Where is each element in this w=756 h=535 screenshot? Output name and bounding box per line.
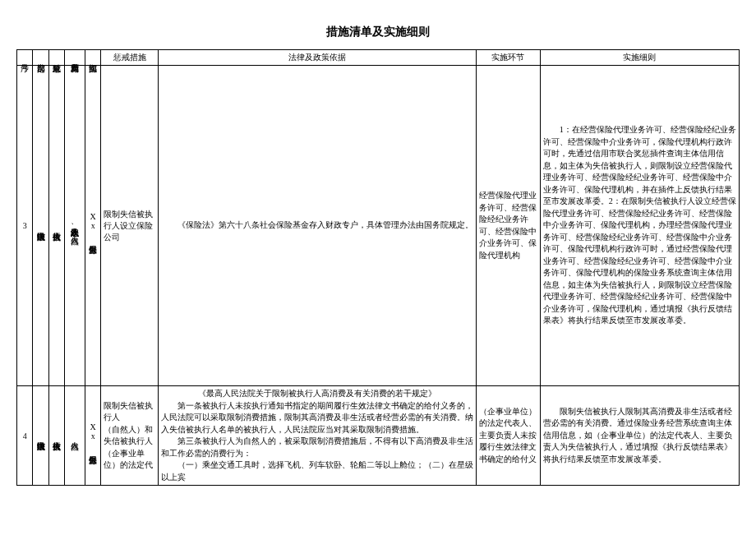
cell-dept2: Xx 银保监分局 <box>89 212 98 239</box>
cell-basis: 《保险法》第六十八条社会保险基金存入财政专户，具体管理办法由国务院规定。 <box>161 219 474 232</box>
header-basis: 法律及政策依据 <box>288 53 346 62</box>
cell-link: 经营保险代理业务许可、经营保险经纪业务许可、经营保险中介业务许可、保险代理机构 <box>477 66 541 386</box>
table-row: 3 市中级人民法院 失信被执行人 法人及非法人组织、自然人 Xx 银保监分局 限… <box>17 66 740 386</box>
measures-table: 序号 发起部门 惩戒对象 对类别相人员 实施部门 惩戒措施 法律及政策依据 实施… <box>16 49 740 486</box>
cell-measure: 限制失信被执行人设立保险公司 <box>101 66 158 386</box>
table-row: 4 市中级人民法院 失信被执行人 自然人 Xx 银保监分局 限制失信被执行人 （… <box>17 386 740 486</box>
cell-measure-l1: 限制失信被执行人 <box>104 400 154 424</box>
cell-basis-p2: 第三条被执行人为自然人的，被采取限制消费措施后，不得有以下高消费及非生活和工作必… <box>161 436 474 459</box>
cell-link: （企事业单位）的法定代表人、主要负责人未按履行生效法律文书确定的给付义 <box>477 386 541 486</box>
header-detail: 实施细则 <box>623 53 656 62</box>
cell-basis-p1: 第一条被执行人未按执行通知书指定的期间履行生效法律文书确定的给付义务的，人民法院… <box>161 400 474 436</box>
cell-seq: 3 <box>17 66 33 386</box>
header-measure: 惩戒措施 <box>113 53 146 62</box>
cell-basis-p3: （一）乘坐交通工具时，选择飞机、列车软卧、轮船二等以上舱位；（二）在星级以上宾 <box>161 459 474 483</box>
header-row: 序号 发起部门 惩戒对象 对类别相人员 实施部门 惩戒措施 法律及政策依据 实施… <box>17 50 740 66</box>
cell-measure-l2: （自然人）和失信被执行人（企事业单位）的法定代 <box>104 424 154 472</box>
cell-dept2: Xx 银保监分局 <box>89 422 98 450</box>
cell-detail-p1: 1：在经营保险代理业务许可、经营保险经纪业务许可、经营保险中介业务许可，保险代理… <box>543 124 736 327</box>
cell-category: 法人及非法人组织、自然人 <box>71 222 80 230</box>
cell-seq: 4 <box>17 386 33 486</box>
page-title: 措施清单及实施细则 <box>16 25 740 39</box>
cell-detail: 限制失信被执行人限制其高消费及非生活或者经营必需的有关消费。通过保险业务经营系统… <box>543 406 736 466</box>
cell-basis-title: 《最高人民法院关于限制被执行人高消费及有关消费的若干规定》 <box>161 388 474 400</box>
header-link: 实施环节 <box>491 53 524 62</box>
